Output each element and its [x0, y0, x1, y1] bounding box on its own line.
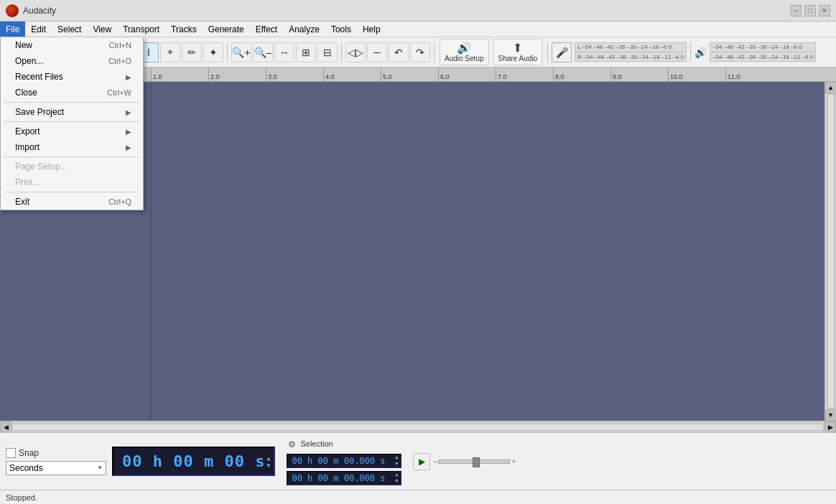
- statusbar: Stopped.: [0, 490, 836, 504]
- audio-setup-widget[interactable]: 🔊 Audio Setup: [440, 39, 489, 65]
- menu-item-analyze[interactable]: Analyze: [283, 22, 325, 37]
- horizontal-scrollbar[interactable]: ◀ ▶: [0, 421, 836, 432]
- speed-slider-thumb[interactable]: [473, 457, 480, 467]
- app-icon: [6, 4, 19, 17]
- fit-selection-button[interactable]: ↔: [274, 42, 294, 62]
- zoom-toggle-button[interactable]: ⊟: [317, 42, 338, 62]
- menu-item-effect[interactable]: Effect: [250, 22, 283, 37]
- selection-label: Selection: [300, 439, 333, 448]
- menubar: File Edit Select View Transport Tracks G…: [0, 22, 836, 37]
- vscroll-up-arrow[interactable]: ▲: [825, 82, 837, 93]
- snap-label: Snap: [19, 448, 39, 458]
- menu-item-file[interactable]: File: [0, 22, 25, 37]
- menu-item-select[interactable]: Select: [52, 22, 87, 37]
- zoom-in-button[interactable]: 🔍+: [231, 42, 251, 62]
- menu-save-project[interactable]: Save Project ▶: [1, 104, 143, 120]
- selection-end-value: 00 h 00 m 00.000 s: [292, 473, 385, 483]
- hscroll-right-arrow[interactable]: ▶: [825, 421, 836, 433]
- selection-start-value: 00 h 00 m 00.000 s: [292, 456, 385, 466]
- redo-button[interactable]: ↷: [410, 42, 430, 62]
- ruler-mark-3: 3.0: [266, 67, 323, 81]
- window-controls: ─ □ ✕: [790, 5, 830, 17]
- output-meter-scale-L: –54 –48 –42 –36 –30 –24 –18 –6 0: [710, 42, 816, 52]
- vertical-scrollbar[interactable]: ▲ ▼: [825, 82, 836, 421]
- hscroll-left-arrow[interactable]: ◀: [0, 421, 11, 433]
- maximize-button[interactable]: □: [804, 5, 816, 17]
- ruler-mark-11: 11.0: [725, 67, 783, 81]
- menu-item-tracks[interactable]: Tracks: [165, 22, 203, 37]
- menu-separator-3: [4, 157, 140, 157]
- menu-item-help[interactable]: Help: [357, 22, 386, 37]
- menu-item-edit[interactable]: Edit: [25, 22, 52, 37]
- menu-new[interactable]: New Ctrl+N: [1, 37, 143, 53]
- ruler-mark-5: 5.0: [381, 67, 438, 81]
- vscroll-track[interactable]: [827, 94, 835, 409]
- menu-open[interactable]: Open... Ctrl+O: [1, 53, 143, 69]
- share-audio-widget[interactable]: ⬆ Share Audio: [493, 39, 543, 65]
- snap-row: Snap: [6, 448, 106, 458]
- zoom-out-button[interactable]: 🔍–: [253, 42, 273, 62]
- time-display: 00 h 00 m 00 s ▲ ▼: [112, 447, 275, 476]
- undo-button[interactable]: ↶: [389, 42, 409, 62]
- menu-item-transport[interactable]: Transport: [117, 22, 165, 37]
- output-meter-icon: 🔊: [695, 47, 707, 58]
- input-meter-section: 🎤 L –54 –48 –42 –36 –30 –24 –18 –6 0 R –…: [552, 42, 687, 62]
- ruler-mark-9: 9.0: [610, 67, 668, 81]
- file-dropdown-menu: New Ctrl+N Open... Ctrl+O Recent Files ▶…: [0, 37, 144, 210]
- snap-dropdown[interactable]: Seconds ▼: [6, 461, 106, 475]
- menu-recent-files[interactable]: Recent Files ▶: [1, 69, 143, 85]
- track-area-inner: [151, 82, 825, 421]
- toolbar-separator-6: [690, 42, 691, 62]
- menu-print: Print...: [1, 174, 143, 190]
- input-meter: L –54 –48 –42 –36 –30 –24 –18 –6 0 R –54…: [575, 42, 687, 62]
- snap-dropdown-arrow: ▼: [97, 465, 103, 471]
- speed-slider-container: – +: [433, 458, 515, 465]
- output-meter-section: 🔊 –54 –48 –42 –36 –30 –24 –18 –6 0 –54 –…: [695, 42, 816, 62]
- time-value: 00 h 00 m 00 s: [122, 452, 265, 470]
- speed-slider-track: [439, 460, 509, 463]
- selection-start-arrows[interactable]: ▲ ▼: [395, 454, 398, 467]
- ruler-mark-8: 8.0: [553, 67, 610, 81]
- close-button[interactable]: ✕: [819, 5, 830, 17]
- draw-tool-button[interactable]: ✏: [182, 42, 202, 62]
- speed-slider[interactable]: [438, 459, 510, 464]
- ruler-mark-10: 10.0: [668, 67, 725, 81]
- envelope-tool-button[interactable]: ⌖: [160, 42, 180, 62]
- toolbar-separator-2: [227, 42, 228, 62]
- output-meter: –54 –48 –42 –36 –30 –24 –18 –6 0 –54 –48…: [710, 42, 816, 62]
- multi-tool-button[interactable]: ✦: [203, 42, 223, 62]
- speaker-icon: 🔊: [457, 41, 471, 55]
- play-at-speed-button[interactable]: ▶: [413, 453, 430, 470]
- hscroll-track[interactable]: [12, 424, 824, 431]
- menu-import[interactable]: Import ▶: [1, 139, 143, 155]
- minimize-button[interactable]: ─: [790, 5, 802, 17]
- track-area[interactable]: [151, 82, 825, 421]
- zoom-buttons: 🔍+ 🔍– ↔ ⊞ ⊟: [231, 42, 338, 62]
- menu-separator-2: [4, 121, 140, 122]
- selection-section: ⚙ Selection 00 h 00 m 00.000 s ▲ ▼ 00 h …: [287, 438, 401, 485]
- menu-export[interactable]: Export ▶: [1, 123, 143, 139]
- input-meter-scale-R: R –54 –48 –42 –36 –30 –24 –18 –12 –6 0: [575, 52, 687, 62]
- snap-checkbox[interactable]: [6, 448, 16, 458]
- silence-audio-button[interactable]: ─: [367, 42, 387, 62]
- fit-project-button[interactable]: ⊞: [296, 42, 316, 62]
- menu-item-tools[interactable]: Tools: [325, 22, 357, 37]
- bottom-bar: Snap Seconds ▼ 00 h 00 m 00 s ▲ ▼ ⚙ Sele…: [0, 432, 836, 490]
- snap-dropdown-value: Seconds: [9, 463, 43, 473]
- mic-icon: 🎤: [552, 42, 572, 62]
- toolbar-separator-5: [547, 42, 548, 62]
- trim-audio-button[interactable]: ◁▷: [345, 42, 366, 62]
- menu-item-view[interactable]: View: [87, 22, 117, 37]
- menu-exit[interactable]: Exit Ctrl+Q: [1, 194, 143, 210]
- upload-icon: ⬆: [513, 41, 522, 55]
- menu-item-generate[interactable]: Generate: [203, 22, 250, 37]
- time-display-arrows[interactable]: ▲ ▼: [267, 454, 271, 468]
- vscroll-down-arrow[interactable]: ▼: [825, 409, 837, 421]
- play-at-speed-section: ▶ – +: [413, 453, 515, 470]
- title-text: Audacity: [23, 6, 790, 16]
- selection-gear-button[interactable]: ⚙: [287, 438, 297, 451]
- selection-end-arrows[interactable]: ▲ ▼: [395, 472, 398, 484]
- menu-page-setup: Page Setup...: [1, 159, 143, 174]
- edit-buttons: ◁▷ ─ ↶ ↷: [345, 42, 430, 62]
- menu-close[interactable]: Close Ctrl+W: [1, 85, 143, 101]
